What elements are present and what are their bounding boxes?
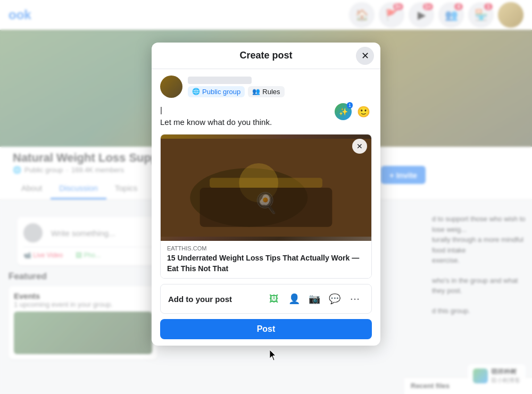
emoji-picker-button[interactable]: 🙂: [355, 103, 372, 120]
add-to-post-icons: 🖼 👤 📷 💬 ···: [265, 290, 364, 308]
post-text-cursor: |: [160, 105, 162, 114]
ai-icon: ✨: [339, 107, 348, 116]
poster-avatar: [160, 76, 182, 98]
add-feeling-button[interactable]: 💬: [326, 290, 344, 308]
ai-badge: 1: [347, 102, 353, 108]
user-info-row: 🌐 Public group 👥 Rules: [160, 76, 372, 98]
public-group-tag[interactable]: 🌐 Public group: [188, 86, 245, 97]
post-submit-button[interactable]: Post: [160, 319, 372, 339]
modal-close-button[interactable]: ✕: [356, 47, 374, 65]
article-image: 🍳 ✕: [161, 135, 371, 241]
add-tag-button[interactable]: 👤: [285, 290, 303, 308]
smiley-icon: 🙂: [357, 105, 370, 118]
modal-header: Create post ✕: [152, 43, 380, 69]
article-title: 15 Underrated Weight Loss Tips That Actu…: [167, 253, 365, 274]
add-camera-button[interactable]: 📷: [305, 290, 323, 308]
add-photo-button[interactable]: 🖼: [265, 290, 283, 308]
public-group-label: Public group: [202, 88, 240, 96]
post-text-body: Let me know what do you think.: [160, 118, 272, 127]
modal-overlay: Create post ✕ 🌐 Public group: [0, 0, 532, 394]
create-post-modal: Create post ✕ 🌐 Public group: [152, 43, 380, 346]
article-preview-card: 🍳 ✕ EATTHIS.COM 15 Underrated Weight Los…: [160, 134, 372, 279]
post-text-area[interactable]: | Let me know what do you think. ✨ 1 🙂: [160, 103, 372, 130]
article-close-icon: ✕: [356, 142, 363, 150]
user-details: 🌐 Public group 👥 Rules: [188, 77, 285, 97]
add-to-post-bar: Add to your post 🖼 👤 📷 💬 ···: [160, 284, 372, 314]
svg-text:🍳: 🍳: [254, 191, 278, 215]
modal-body: 🌐 Public group 👥 Rules | Let me know wha…: [152, 69, 380, 346]
close-icon: ✕: [361, 50, 369, 62]
article-source: EATTHIS.COM: [167, 245, 365, 252]
rules-label: Rules: [262, 88, 280, 96]
article-info: EATTHIS.COM 15 Underrated Weight Loss Ti…: [161, 241, 371, 278]
rules-icon: 👥: [252, 88, 260, 95]
add-to-post-label: Add to your post: [168, 295, 232, 304]
add-more-button[interactable]: ···: [346, 290, 364, 308]
article-close-button[interactable]: ✕: [352, 139, 367, 154]
cursor: [270, 350, 278, 364]
globe-tag-icon: 🌐: [192, 88, 200, 95]
article-image-svg: 🍳: [161, 135, 371, 241]
ai-assist-button[interactable]: ✨ 1: [335, 103, 352, 120]
modal-title: Create post: [239, 50, 292, 61]
user-tags: 🌐 Public group 👥 Rules: [188, 86, 285, 97]
post-emoji-row: ✨ 1 🙂: [335, 103, 372, 120]
rules-tag[interactable]: 👥 Rules: [248, 86, 284, 97]
poster-name: [188, 77, 252, 84]
